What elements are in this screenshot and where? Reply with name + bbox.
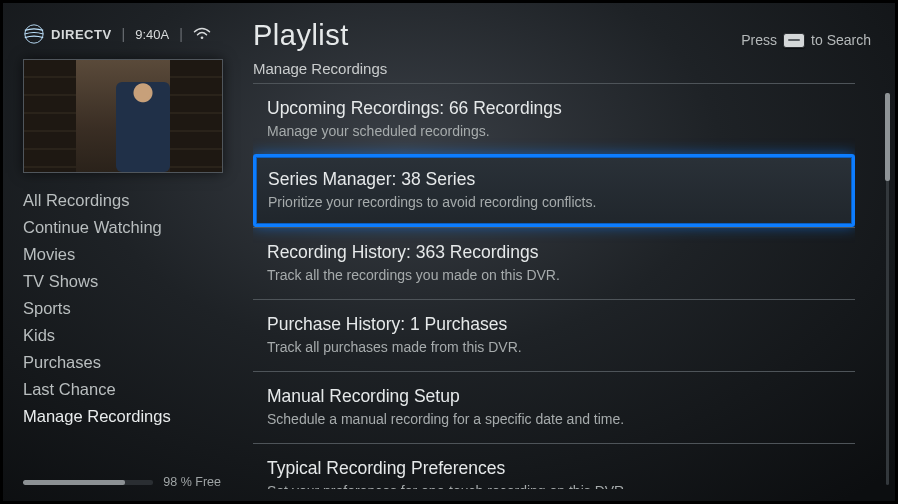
page-title: Playlist xyxy=(253,19,349,52)
title-row: Playlist Press to Search xyxy=(253,19,871,52)
clock-time: 9:40A xyxy=(135,27,169,42)
storage-bar-fill xyxy=(23,480,125,485)
sidebar-item-purchases[interactable]: Purchases xyxy=(23,349,221,376)
main-panel: Playlist Press to Search Manage Recordin… xyxy=(235,3,895,501)
section-subtitle: Manage Recordings xyxy=(253,60,871,77)
item-title: Typical Recording Preferences xyxy=(267,458,841,479)
item-desc: Manage your scheduled recordings. xyxy=(267,123,841,139)
sidebar-item-sports[interactable]: Sports xyxy=(23,295,221,322)
items-scroll-region: Upcoming Recordings: 66 Recordings Manag… xyxy=(253,83,855,489)
item-desc: Prioritize your recordings to avoid reco… xyxy=(268,194,840,210)
storage-label: 98 % Free xyxy=(163,475,221,489)
brand-separator: | xyxy=(179,26,183,42)
brand-logo-icon xyxy=(23,23,45,45)
item-series-manager[interactable]: Series Manager: 38 Series Prioritize you… xyxy=(253,154,855,227)
brand-name: DIRECTV xyxy=(51,27,112,42)
svg-point-0 xyxy=(25,25,43,43)
dash-key-icon xyxy=(783,33,805,48)
brand-separator: | xyxy=(122,26,126,42)
item-manual-recording-setup[interactable]: Manual Recording Setup Schedule a manual… xyxy=(253,371,855,443)
item-purchase-history[interactable]: Purchase History: 1 Purchases Track all … xyxy=(253,299,855,371)
brand-row: DIRECTV | 9:40A | xyxy=(23,23,221,45)
sidebar-item-movies[interactable]: Movies xyxy=(23,241,221,268)
sidebar-item-tv-shows[interactable]: TV Shows xyxy=(23,268,221,295)
search-hint: Press to Search xyxy=(741,32,871,48)
search-hint-prefix: Press xyxy=(741,32,777,48)
wifi-icon xyxy=(193,27,211,41)
storage-meter: 98 % Free xyxy=(23,465,221,489)
item-desc: Track all purchases made from this DVR. xyxy=(267,339,841,355)
sidebar-item-kids[interactable]: Kids xyxy=(23,322,221,349)
item-desc: Track all the recordings you made on thi… xyxy=(267,267,841,283)
sidebar-item-continue-watching[interactable]: Continue Watching xyxy=(23,214,221,241)
svg-point-1 xyxy=(200,36,203,39)
item-title: Series Manager: 38 Series xyxy=(268,169,840,190)
storage-bar xyxy=(23,480,153,485)
search-hint-suffix: to Search xyxy=(811,32,871,48)
sidebar-nav: All Recordings Continue Watching Movies … xyxy=(23,187,221,430)
scrollbar[interactable] xyxy=(886,93,889,485)
sidebar-item-manage-recordings[interactable]: Manage Recordings xyxy=(23,403,221,430)
sidebar: DIRECTV | 9:40A | All Recordings Continu… xyxy=(3,3,235,501)
item-title: Upcoming Recordings: 66 Recordings xyxy=(267,98,841,119)
item-desc: Set your preferences for one-touch recor… xyxy=(267,483,841,489)
pip-preview xyxy=(23,59,223,173)
item-recording-history[interactable]: Recording History: 363 Recordings Track … xyxy=(253,227,855,299)
sidebar-item-last-chance[interactable]: Last Chance xyxy=(23,376,221,403)
item-upcoming-recordings[interactable]: Upcoming Recordings: 66 Recordings Manag… xyxy=(253,83,855,155)
sidebar-item-all-recordings[interactable]: All Recordings xyxy=(23,187,221,214)
item-typical-recording-preferences[interactable]: Typical Recording Preferences Set your p… xyxy=(253,443,855,489)
item-title: Manual Recording Setup xyxy=(267,386,841,407)
item-desc: Schedule a manual recording for a specif… xyxy=(267,411,841,427)
item-title: Recording History: 363 Recordings xyxy=(267,242,841,263)
item-title: Purchase History: 1 Purchases xyxy=(267,314,841,335)
items-list: Upcoming Recordings: 66 Recordings Manag… xyxy=(253,83,855,489)
app-root: DIRECTV | 9:40A | All Recordings Continu… xyxy=(3,3,895,501)
